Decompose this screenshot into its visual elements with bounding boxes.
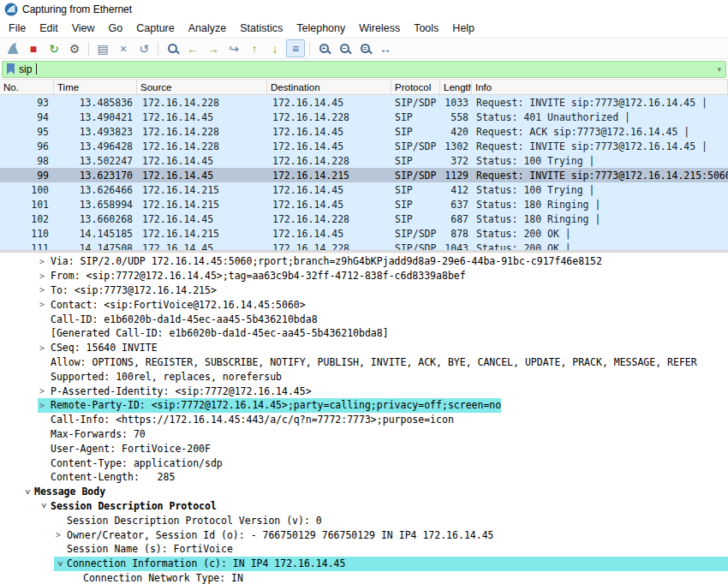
- packet-row[interactable]: 99 13.623170 172.16.14.45 172.16.14.215 …: [0, 168, 728, 182]
- forward-icon[interactable]: →: [204, 39, 223, 57]
- expander-icon[interactable]: >: [38, 386, 51, 396]
- last-packet-icon[interactable]: ↓: [266, 39, 284, 57]
- menu-help[interactable]: Help: [445, 20, 481, 37]
- detail-line[interactable]: Call-Info: <https://172.16.14.45:443/a/c…: [0, 413, 728, 427]
- detail-line[interactable]: Max-Forwards: 70: [0, 427, 728, 442]
- packet-destination-cell: 172.16.14.228: [267, 242, 391, 251]
- packet-length-cell: 637: [440, 199, 472, 211]
- menu-edit[interactable]: Edit: [33, 20, 65, 37]
- detail-line[interactable]: Connection Network Type: IN: [0, 571, 728, 584]
- menu-telephony[interactable]: Telephony: [289, 20, 352, 37]
- packet-row[interactable]: 94 13.490421 172.16.14.45 172.16.14.228 …: [0, 110, 728, 124]
- detail-line[interactable]: > Connection Information (c): IN IP4 172…: [0, 557, 728, 571]
- packet-source-cell: 172.16.14.215: [137, 228, 267, 240]
- detail-line[interactable]: Call-ID: e1b6020b-da1d-45ec-aa45-5b43621…: [0, 312, 728, 326]
- detail-line[interactable]: Session Name (s): FortiVoice: [0, 542, 728, 557]
- capture-stop-icon[interactable]: ■: [24, 39, 43, 57]
- packet-destination-cell: 172.16.14.45: [267, 199, 391, 211]
- detail-line[interactable]: > From: <sip:7772@172.16.14.45>;tag=aa63…: [0, 269, 728, 283]
- menu-analyze[interactable]: Analyze: [182, 20, 233, 37]
- capture-options-icon[interactable]: ⚙: [65, 39, 84, 57]
- packet-row[interactable]: 102 13.660268 172.16.14.45 172.16.14.228…: [0, 212, 728, 226]
- expander-icon[interactable]: >: [38, 300, 51, 309]
- packet-info-cell: Status: 100 Trying |: [472, 184, 728, 196]
- detail-line[interactable]: > Remote-Party-ID: <sip:7772@172.16.14.4…: [0, 398, 728, 413]
- packet-time-cell: 13.502247: [54, 155, 137, 167]
- column-header-source[interactable]: Source: [137, 80, 267, 94]
- detail-line[interactable]: Session Description Protocol Version (v)…: [0, 513, 728, 527]
- detail-line[interactable]: > Owner/Creator, Session Id (o): - 76675…: [0, 527, 728, 542]
- packet-row[interactable]: 96 13.496428 172.16.14.228 172.16.14.45 …: [0, 139, 728, 153]
- zoom-in-icon[interactable]: +: [314, 39, 333, 57]
- filter-bookmark-icon[interactable]: [7, 63, 15, 74]
- menu-wireless[interactable]: Wireless: [352, 20, 407, 37]
- packet-row[interactable]: 101 13.658994 172.16.14.215 172.16.14.45…: [0, 197, 728, 212]
- back-icon[interactable]: ←: [183, 39, 202, 57]
- first-packet-icon[interactable]: ↑: [245, 39, 264, 57]
- packet-row[interactable]: 93 13.485836 172.16.14.228 172.16.14.45 …: [0, 95, 728, 110]
- detail-line[interactable]: [Generated Call-ID: e1b6020b-da1d-45ec-a…: [0, 326, 728, 341]
- open-file-icon[interactable]: ▤: [93, 39, 112, 57]
- menu-tools[interactable]: Tools: [407, 20, 445, 37]
- detail-line[interactable]: > P-Asserted-Identity: <sip:7772@172.16.…: [0, 384, 728, 398]
- menu-capture[interactable]: Capture: [129, 20, 181, 37]
- column-header-info[interactable]: Info: [472, 80, 728, 94]
- expander-icon[interactable]: >: [38, 285, 51, 295]
- expander-icon[interactable]: >: [38, 401, 51, 410]
- expander-icon[interactable]: >: [54, 530, 67, 539]
- packet-time-cell: 13.493823: [54, 126, 137, 138]
- capture-start-icon[interactable]: [3, 39, 22, 57]
- detail-line-inner: > Via: SIP/2.0/UDP 172.16.14.45:5060;rpo…: [38, 254, 602, 269]
- expander-icon[interactable]: >: [23, 486, 33, 498]
- detail-line[interactable]: > CSeq: 15640 INVITE: [0, 341, 728, 355]
- expander-icon[interactable]: >: [38, 257, 51, 266]
- detail-line[interactable]: Content-Length: 285: [0, 470, 728, 485]
- menu-go[interactable]: Go: [102, 20, 130, 37]
- menu-file[interactable]: File: [2, 20, 33, 37]
- packet-row[interactable]: 110 14.145185 172.16.14.215 172.16.14.45…: [0, 226, 728, 241]
- column-header-protocol[interactable]: Protocol: [391, 80, 440, 94]
- column-header-destination[interactable]: Destination: [267, 80, 391, 94]
- packet-protocol-cell: SIP/SDP: [391, 242, 440, 251]
- detail-line-inner: > To: <sip:7773@172.16.14.215>: [38, 283, 217, 298]
- find-packet-icon[interactable]: [163, 39, 182, 57]
- packet-row[interactable]: 111 14.147508 172.16.14.45 172.16.14.228…: [0, 241, 728, 250]
- menu-view[interactable]: View: [65, 20, 102, 37]
- detail-line[interactable]: > To: <sip:7773@172.16.14.215>: [0, 283, 728, 298]
- packet-row[interactable]: 98 13.502247 172.16.14.45 172.16.14.228 …: [0, 153, 728, 168]
- reload-icon[interactable]: ↺: [134, 39, 153, 57]
- filter-dropdown-icon[interactable]: ▾: [717, 65, 721, 74]
- packet-no-cell: 110: [0, 228, 54, 240]
- detail-line-text: P-Asserted-Identity: <sip:7772@172.16.14…: [51, 385, 312, 397]
- column-header-time[interactable]: Time: [54, 80, 137, 94]
- column-header-no[interactable]: No.: [0, 80, 54, 94]
- detail-line[interactable]: > Session Description Protocol: [0, 499, 728, 514]
- display-filter-input[interactable]: sip ▾: [2, 61, 726, 78]
- expander-icon[interactable]: >: [39, 499, 49, 512]
- packet-destination-cell: 172.16.14.228: [267, 155, 391, 167]
- expander-icon[interactable]: >: [56, 557, 65, 570]
- autoscroll-icon[interactable]: ≡: [286, 39, 305, 57]
- detail-line[interactable]: > Via: SIP/2.0/UDP 172.16.14.45:5060;rpo…: [0, 254, 728, 269]
- zoom-original-icon[interactable]: =: [355, 39, 374, 57]
- expander-icon[interactable]: >: [38, 343, 51, 353]
- detail-line[interactable]: User-Agent: FortiVoice-200F: [0, 441, 728, 456]
- packet-no-cell: 98: [0, 155, 54, 167]
- expander-icon[interactable]: >: [38, 271, 51, 281]
- goto-packet-icon[interactable]: ↪: [224, 39, 243, 57]
- detail-line[interactable]: Allow: OPTIONS, REGISTER, SUBSCRIBE, NOT…: [0, 355, 728, 370]
- close-file-icon[interactable]: ×: [114, 39, 133, 57]
- detail-line-inner: > Remote-Party-ID: <sip:7772@172.16.14.4…: [38, 398, 501, 413]
- detail-line[interactable]: Content-Type: application/sdp: [0, 456, 728, 470]
- zoom-out-icon[interactable]: −: [335, 39, 354, 57]
- detail-line[interactable]: Supported: 100rel, replaces, norefersub: [0, 369, 728, 384]
- detail-line[interactable]: > Contact: <sip:FortiVoice@172.16.14.45:…: [0, 297, 728, 312]
- packet-row[interactable]: 95 13.493823 172.16.14.228 172.16.14.45 …: [0, 124, 728, 139]
- menu-statistics[interactable]: Statistics: [233, 20, 289, 37]
- packet-row[interactable]: 100 13.626466 172.16.14.215 172.16.14.45…: [0, 182, 728, 197]
- column-header-length[interactable]: Length: [440, 80, 472, 94]
- resize-columns-icon[interactable]: ↔: [376, 39, 395, 57]
- detail-line-inner: Call-ID: e1b6020b-da1d-45ec-aa45-5b43621…: [38, 312, 318, 326]
- capture-restart-icon[interactable]: ↻: [45, 39, 63, 57]
- detail-line[interactable]: > Message Body: [0, 485, 728, 499]
